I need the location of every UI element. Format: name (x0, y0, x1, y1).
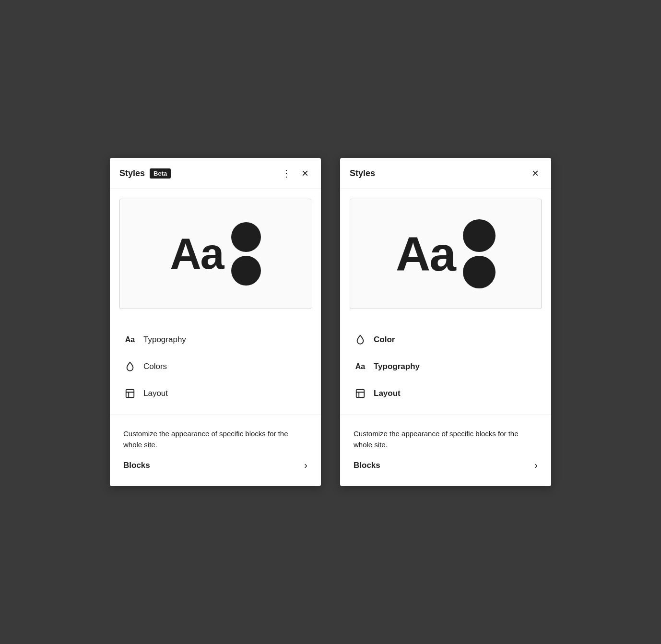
left-colors-label: Colors (143, 362, 167, 371)
svg-rect-1 (356, 390, 365, 398)
left-panel-title: Styles (119, 168, 145, 179)
close-icon (302, 167, 308, 179)
svg-rect-0 (126, 390, 134, 398)
right-nav-section: Color Aa Typography Layout (340, 319, 551, 415)
left-blocks-description: Customize the appearance of specific blo… (123, 429, 307, 450)
layout-icon (123, 387, 137, 400)
right-panel: Styles Aa (340, 158, 551, 486)
right-typography-icon: Aa (354, 360, 367, 373)
panels-container: Styles Beta Aa Aa (110, 158, 551, 486)
beta-badge: Beta (150, 168, 171, 179)
left-preview-area: Aa (119, 199, 311, 309)
right-layout-icon (354, 387, 367, 400)
right-preview-aa-text: Aa (396, 230, 455, 278)
right-preview-content: Aa (396, 219, 496, 288)
left-nav-section: Aa Typography Colors (110, 319, 321, 415)
typography-icon: Aa (123, 333, 137, 346)
right-typography-label: Typography (374, 362, 420, 371)
right-nav-item-typography[interactable]: Aa Typography (340, 353, 551, 380)
chevron-right-icon: › (304, 460, 307, 471)
right-dot-large (463, 219, 496, 252)
left-typography-label: Typography (143, 335, 186, 345)
preview-aa-text: Aa (170, 232, 223, 275)
right-chevron-right-icon: › (534, 460, 538, 471)
dot-large (231, 222, 261, 252)
right-droplet-icon (354, 333, 367, 346)
right-preview-dots (463, 219, 496, 288)
left-panel-header: Styles Beta (110, 158, 321, 189)
preview-content: Aa (170, 222, 260, 286)
droplet-icon (123, 360, 137, 373)
right-preview-area: Aa (350, 199, 542, 309)
left-blocks-label: Blocks (123, 461, 150, 470)
right-nav-item-color[interactable]: Color (340, 326, 551, 353)
left-nav-item-colors[interactable]: Colors (110, 353, 321, 380)
right-blocks-label: Blocks (354, 461, 380, 470)
close-button[interactable] (299, 166, 311, 181)
right-blocks-row[interactable]: Blocks › (354, 460, 538, 471)
right-blocks-section: Customize the appearance of specific blo… (340, 415, 551, 486)
right-close-button[interactable] (529, 166, 542, 181)
right-dot-medium (463, 256, 496, 288)
left-nav-item-layout[interactable]: Layout (110, 380, 321, 407)
right-close-icon (532, 167, 539, 179)
left-nav-item-typography[interactable]: Aa Typography (110, 326, 321, 353)
left-layout-label: Layout (143, 389, 168, 398)
dot-medium (231, 256, 261, 286)
dots-icon (282, 168, 291, 178)
right-panel-title: Styles (350, 168, 375, 179)
right-nav-item-layout[interactable]: Layout (340, 380, 551, 407)
right-blocks-description: Customize the appearance of specific blo… (354, 429, 538, 450)
left-panel: Styles Beta Aa Aa (110, 158, 321, 486)
right-layout-label: Layout (374, 389, 401, 398)
right-color-label: Color (374, 335, 395, 345)
more-options-button[interactable] (279, 167, 294, 180)
left-blocks-row[interactable]: Blocks › (123, 460, 307, 471)
right-panel-header: Styles (340, 158, 551, 189)
preview-dots (231, 222, 261, 286)
left-blocks-section: Customize the appearance of specific blo… (110, 415, 321, 486)
